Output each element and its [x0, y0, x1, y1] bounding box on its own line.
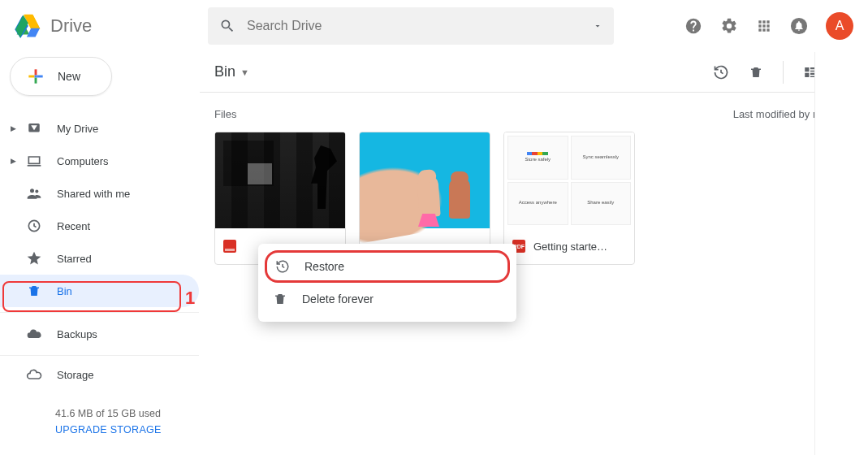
drive-logo-icon: [15, 14, 42, 38]
cloud-outline-icon: [26, 366, 42, 383]
thumb-heading: Share easily: [587, 200, 614, 205]
sidebar-item-recent[interactable]: Recent: [0, 210, 199, 242]
search-options-dropdown-icon[interactable]: [593, 21, 602, 31]
sidebar: New ▶ My Drive ▶ Computers Shared with m…: [0, 52, 199, 455]
app-name: Drive: [50, 15, 92, 37]
context-menu-label: Delete forever: [302, 292, 374, 306]
svg-rect-6: [35, 77, 37, 83]
context-menu-delete-forever[interactable]: Delete forever: [258, 283, 516, 315]
sidebar-item-label: Recent: [57, 220, 90, 232]
sidebar-item-label: Backups: [57, 328, 97, 340]
people-icon: [26, 185, 42, 202]
delete-icon[interactable]: [749, 64, 763, 80]
drive-icon: [27, 121, 41, 136]
page-title-dropdown-icon[interactable]: ▼: [240, 67, 249, 77]
file-thumbnail: Store safely Sync seamlessly Access anyw…: [504, 132, 634, 228]
help-icon[interactable]: [684, 17, 702, 35]
new-button-label: New: [58, 70, 80, 83]
app-header: Drive A: [0, 0, 868, 52]
storage-label: Storage: [57, 369, 94, 381]
thumb-heading: Sync seamlessly: [582, 154, 619, 159]
sidebar-item-label: Computers: [57, 155, 109, 167]
plus-icon: [25, 66, 46, 87]
sidebar-item-storage[interactable]: Storage: [0, 361, 199, 388]
sidebar-item-my-drive[interactable]: ▶ My Drive: [0, 112, 199, 145]
sidebar-item-computers[interactable]: ▶ Computers: [0, 145, 199, 177]
sidebar-item-bin[interactable]: Bin: [0, 275, 199, 307]
search-bar[interactable]: [208, 7, 614, 45]
notifications-bell-icon[interactable]: [790, 17, 808, 35]
computers-icon: [26, 153, 42, 169]
logo[interactable]: Drive: [15, 14, 208, 38]
search-input[interactable]: [247, 19, 593, 33]
trash-icon: [27, 284, 41, 298]
sidebar-item-label: Bin: [57, 285, 72, 297]
file-name: Getting starte…: [533, 240, 607, 253]
restore-icon: [275, 259, 290, 274]
trash-icon: [273, 292, 287, 306]
new-button[interactable]: New: [10, 57, 112, 96]
annotation-callout-1: 1: [185, 288, 195, 309]
restore-history-icon[interactable]: [713, 64, 729, 80]
sidebar-item-label: Starred: [57, 253, 92, 265]
storage-used-text: 41.6 MB of 15 GB used: [55, 408, 199, 419]
svg-rect-4: [35, 69, 37, 75]
toolbar: Bin ▼: [200, 52, 868, 93]
toolbar-separator: [783, 61, 784, 84]
nav-list: ▶ My Drive ▶ Computers Shared with me Re…: [0, 112, 199, 436]
sidebar-item-starred[interactable]: Starred: [0, 242, 199, 275]
sort-label[interactable]: Last modified by me: [733, 108, 827, 120]
expand-icon[interactable]: ▶: [6, 124, 19, 132]
clock-icon: [26, 218, 42, 234]
cloud-icon: [26, 326, 42, 342]
svg-rect-8: [35, 76, 37, 78]
context-menu-restore[interactable]: Restore: [265, 250, 510, 283]
header-actions: A: [684, 12, 853, 40]
svg-point-12: [35, 190, 38, 193]
page-title[interactable]: Bin: [214, 63, 235, 80]
account-avatar[interactable]: A: [826, 12, 853, 40]
thumb-heading: Store safely: [525, 157, 551, 162]
star-icon: [26, 250, 42, 266]
upgrade-storage-link[interactable]: UPGRADE STORAGE: [55, 424, 199, 436]
settings-gear-icon[interactable]: [720, 17, 738, 35]
svg-rect-5: [37, 76, 42, 78]
svg-rect-7: [28, 76, 34, 78]
context-menu-label: Restore: [304, 260, 344, 273]
expand-icon[interactable]: ▶: [6, 157, 19, 165]
file-card[interactable]: Store safely Sync seamlessly Access anyw…: [503, 132, 635, 265]
svg-rect-15: [805, 72, 809, 76]
sidebar-item-label: Shared with me: [57, 188, 130, 200]
search-icon: [219, 18, 235, 34]
sidebar-item-shared[interactable]: Shared with me: [0, 177, 199, 210]
svg-point-11: [30, 188, 34, 193]
svg-rect-14: [805, 67, 809, 72]
files-section-header: Files Last modified by me: [200, 93, 868, 125]
sidebar-item-backups[interactable]: Backups: [0, 318, 199, 350]
apps-grid-icon[interactable]: [756, 18, 772, 34]
right-side-panel: [814, 52, 868, 455]
context-menu: Restore Delete forever: [258, 244, 516, 322]
video-file-icon: [223, 240, 236, 253]
sidebar-item-label: My Drive: [57, 123, 98, 135]
file-thumbnail: [215, 132, 345, 228]
thumb-heading: Access anywhere: [519, 200, 557, 205]
section-title: Files: [214, 108, 236, 120]
file-thumbnail: [360, 132, 490, 228]
